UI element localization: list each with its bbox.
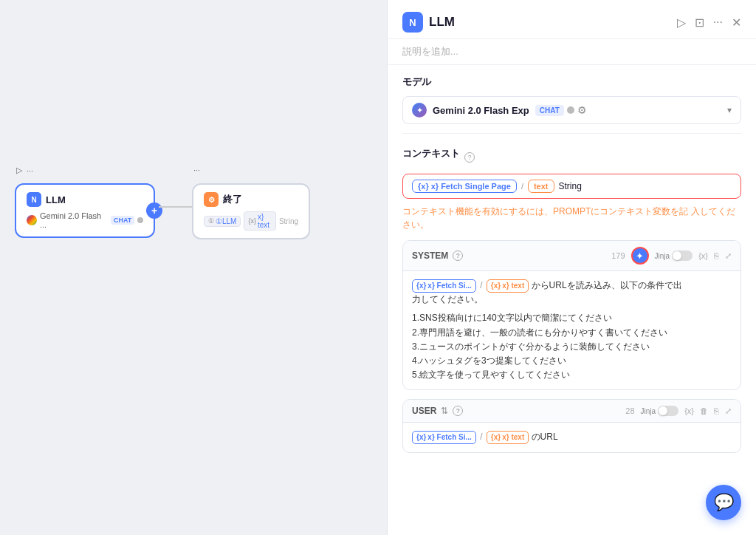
user-expand-icon[interactable]: ⤢: [725, 406, 732, 416]
llm-node-subline: Gemini 2.0 Flash ... CHAT: [27, 211, 143, 229]
user-inline-slash: /: [480, 432, 482, 442]
model-name: Gemini 2.0 Flash Exp: [433, 105, 529, 116]
model-spark-icon: ✦: [412, 103, 427, 117]
jinja-label: Jinja: [655, 252, 670, 260]
context-label-row: コンテキスト ?: [402, 147, 741, 168]
system-label: SYSTEM: [412, 251, 448, 261]
end-output-source: ① ①LLM: [204, 216, 241, 227]
user-toggle-thumb: [659, 406, 667, 415]
user-inline-suffix: のURL: [532, 432, 558, 442]
end-node-output: ① ①LLM {x} x} text String: [204, 211, 298, 231]
end-node-top-bar: ···: [193, 166, 200, 174]
context-slash: /: [521, 182, 523, 191]
system-block-body[interactable]: {x} x} Fetch Si... / {x} x} text からURLを読…: [403, 271, 740, 389]
system-inline-ref2[interactable]: {x} x} text: [487, 279, 529, 293]
model-chat-badge: CHAT: [535, 105, 564, 116]
split-button[interactable]: ⊡: [695, 16, 704, 30]
system-block-header: SYSTEM ? 179 ✦ Jinja {x} ⎘ ⤢: [403, 241, 740, 271]
canvas: ▷ ··· N LLM Gemini 2.0 Flash ... CHAT + …: [0, 0, 384, 535]
play-button[interactable]: ▷: [677, 16, 686, 30]
fab-chat-button[interactable]: 💬: [706, 485, 741, 520]
end-node-more-icon[interactable]: ···: [193, 166, 200, 174]
user-jinja-toggle[interactable]: Jinja: [641, 406, 679, 416]
user-block: USER ⇅ ? 28 Jinja {x} 🗑 ⎘ ⤢: [402, 399, 741, 452]
user-toggle-track[interactable]: [658, 406, 678, 416]
panel-header: N LLM ▷ ⊡ ··· ✕: [388, 0, 756, 39]
end-node[interactable]: ··· ⚙ 終了 ① ①LLM {x} x} text String: [192, 183, 310, 239]
system-inline-slash: /: [480, 280, 482, 290]
context-section: コンテキスト ? {x} x} Fetch Single Page / text…: [388, 137, 756, 468]
context-ref-source-x: {x}: [418, 182, 429, 191]
user-inline-ref1[interactable]: {x} x} Fetch Si...: [412, 431, 476, 444]
context-help-icon[interactable]: ?: [464, 152, 475, 163]
system-char-count: 179: [611, 251, 625, 260]
toggle-track[interactable]: [672, 251, 693, 261]
system-expand-icon[interactable]: ⤢: [725, 251, 732, 261]
more-button[interactable]: ···: [713, 16, 723, 29]
llm-icon: N: [27, 192, 41, 207]
model-section-label: モデル: [402, 75, 741, 89]
llm-node-more-icon[interactable]: ···: [27, 166, 33, 175]
end-node-title: 終了: [223, 193, 242, 206]
system-block-actions: 179 ✦ Jinja {x} ⎘ ⤢: [611, 247, 732, 265]
system-block: SYSTEM ? 179 ✦ Jinja {x} ⎘ ⤢: [402, 240, 741, 390]
chat-icon: 💬: [714, 493, 734, 512]
right-panel: N LLM ▷ ⊡ ··· ✕ 説明を追加... モデル ✦ Gemini 2.…: [387, 0, 756, 535]
context-hint: コンテキスト機能を有効にするには、PROMPTにコンテキスト変数を記 入してくだ…: [402, 205, 741, 231]
system-inline-ref1[interactable]: {x} x} Fetch Si...: [412, 279, 476, 293]
context-ref-row: {x} x} Fetch Single Page / text String: [402, 174, 741, 199]
model-left: ✦ Gemini 2.0 Flash Exp CHAT ⚙: [412, 103, 587, 117]
user-sort-icon[interactable]: ⇅: [441, 406, 448, 416]
llm-node-header: N LLM: [27, 192, 143, 207]
user-delete-icon[interactable]: 🗑: [700, 406, 708, 415]
ai-spark-button[interactable]: ✦: [631, 247, 649, 265]
system-var-icon[interactable]: {x}: [698, 251, 708, 260]
user-copy-icon[interactable]: ⎘: [714, 406, 719, 415]
dot-badge: [137, 217, 143, 223]
user-var-icon[interactable]: {x}: [684, 406, 694, 415]
close-button[interactable]: ✕: [732, 16, 741, 30]
gemini-icon: [27, 215, 37, 225]
context-ref-type: String: [559, 181, 582, 191]
panel-header-actions: ▷ ⊡ ··· ✕: [677, 16, 741, 30]
toggle-thumb: [673, 251, 681, 260]
divider-1: [402, 133, 741, 134]
llm-node-plus[interactable]: +: [146, 202, 162, 219]
panel-llm-icon: N: [402, 12, 423, 33]
user-block-body[interactable]: {x} x} Fetch Si... / {x} x} text のURL: [403, 423, 740, 451]
model-selector[interactable]: ✦ Gemini 2.0 Flash Exp CHAT ⚙ ▾: [402, 96, 741, 124]
user-inline-ref2[interactable]: {x} x} text: [487, 431, 529, 444]
llm-node-model: Gemini 2.0 Flash ...: [40, 211, 108, 229]
jinja-toggle[interactable]: Jinja: [655, 251, 693, 261]
panel-title-row: N LLM: [402, 12, 455, 33]
chevron-down-icon[interactable]: ▾: [727, 105, 732, 115]
user-jinja-label: Jinja: [641, 407, 656, 415]
llm-node[interactable]: ▷ ··· N LLM Gemini 2.0 Flash ... CHAT +: [15, 183, 155, 238]
context-ref-var[interactable]: text: [528, 180, 554, 193]
model-section: モデル ✦ Gemini 2.0 Flash Exp CHAT ⚙ ▾: [388, 65, 756, 130]
system-block-title: SYSTEM ?: [412, 251, 463, 261]
user-help-icon[interactable]: ?: [453, 406, 463, 416]
user-label: USER: [412, 406, 436, 416]
end-output-var: {x} x} text: [244, 211, 275, 231]
panel-description[interactable]: 説明を追加...: [388, 39, 756, 65]
context-ref-source[interactable]: {x} x} Fetch Single Page: [412, 180, 517, 193]
end-node-header: ⚙ 終了: [204, 192, 298, 207]
panel-title: LLM: [429, 15, 455, 30]
llm-node-top-bar: ▷ ···: [16, 166, 33, 175]
sliders-icon[interactable]: ⚙: [577, 104, 587, 116]
user-block-title: USER ⇅ ?: [412, 406, 463, 416]
user-block-actions: 28 Jinja {x} 🗑 ⎘ ⤢: [625, 406, 732, 416]
system-copy-icon[interactable]: ⎘: [714, 251, 719, 260]
system-help-icon[interactable]: ?: [453, 251, 463, 261]
system-body-text: 1.SNS投稿向けに140文字以内で簡潔にてください 2.専門用語を避け、一般の…: [412, 311, 732, 382]
end-icon: ⚙: [204, 192, 219, 207]
context-section-label: コンテキスト: [402, 147, 460, 160]
user-block-header: USER ⇅ ? 28 Jinja {x} 🗑 ⎘ ⤢: [403, 400, 740, 423]
llm-node-title: LLM: [46, 194, 66, 205]
user-char-count: 28: [625, 406, 634, 415]
end-output-type: String: [279, 217, 298, 225]
chat-badge: CHAT: [111, 216, 134, 225]
model-badges: CHAT ⚙: [535, 104, 587, 116]
llm-node-play-icon[interactable]: ▷: [16, 166, 22, 175]
